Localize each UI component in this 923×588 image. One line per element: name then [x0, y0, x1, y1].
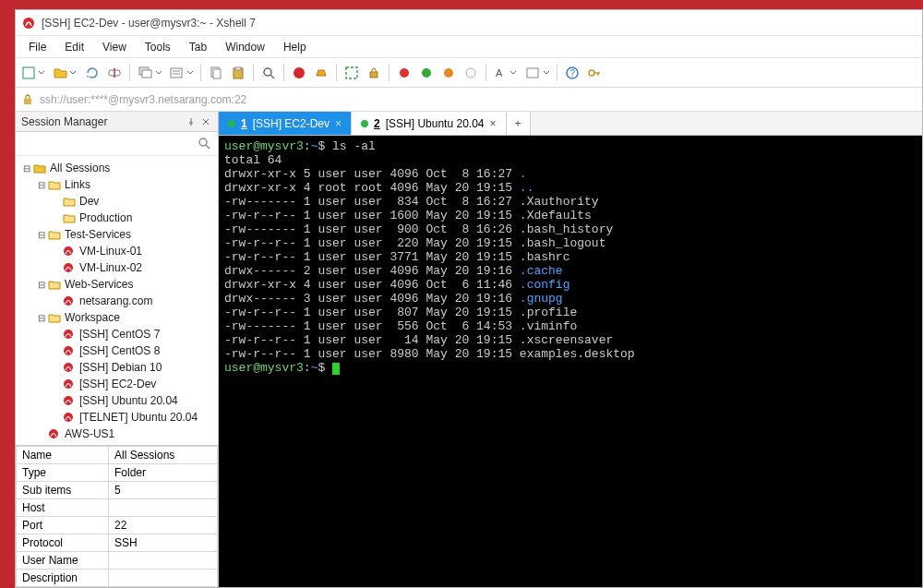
status-dot-icon [361, 120, 368, 127]
titlebar: [SSH] EC2-Dev - user@mysvr3:~ - Xshell 7 [16, 10, 922, 36]
sessions-button[interactable] [135, 63, 164, 83]
search-icon[interactable] [198, 137, 212, 151]
folder-item[interactable]: ⊟All Sessions [18, 160, 216, 176]
session-icon [62, 394, 77, 407]
svg-line-31 [206, 145, 210, 149]
toolbar-separator [200, 65, 201, 81]
add-tab-button[interactable]: + [507, 112, 531, 135]
tabstrip: 1[SSH] EC2-Dev×2[SSH] Ubuntu 20.04×+ [219, 112, 922, 136]
content-area: Session Manager ⊟All Sessions⊟LinksDevPr… [16, 112, 922, 587]
session-item[interactable]: netsarang.com [18, 293, 216, 309]
address-text: ssh://user:****@mysvr3.netsarang.com:22 [40, 93, 246, 106]
color-scheme-button[interactable] [522, 63, 552, 83]
pin-icon[interactable] [185, 115, 198, 128]
session-item[interactable]: [SSH] EC2-Dev [18, 376, 216, 392]
key-button[interactable] [584, 63, 605, 83]
session-icon [62, 378, 77, 390]
prop-key: Description [17, 570, 109, 587]
terminal-cursor [332, 363, 340, 375]
session-item[interactable]: [SSH] Ubuntu 20.04 [18, 392, 216, 409]
prop-value: 22 [109, 517, 218, 534]
session-icon [62, 294, 77, 307]
prop-value [109, 499, 218, 517]
session-item[interactable]: VM-Linux-01 [18, 243, 216, 259]
prop-value [109, 552, 218, 570]
folder-item[interactable]: ⊟Workspace [18, 309, 216, 326]
session-item[interactable]: [SSH] Debian 10 [18, 359, 216, 376]
highlight-red-button[interactable] [394, 63, 414, 83]
menubar: FileEditViewToolsTabWindowHelp [16, 36, 922, 58]
xagent-button[interactable] [289, 63, 309, 83]
terminal[interactable]: user@mysvr3:~$ ls -al total 64 drwxr-xr-… [219, 136, 922, 587]
toolbar-separator [485, 65, 486, 81]
folder-item[interactable]: ⊟Test-Services [18, 226, 216, 243]
xftp-button[interactable] [311, 63, 331, 83]
toolbar-separator [283, 65, 284, 81]
session-item[interactable]: [SSH] CentOS 8 [18, 342, 216, 359]
tree-label: [SSH] Ubuntu 20.04 [78, 394, 178, 407]
highlight-green-button[interactable] [416, 63, 437, 83]
properties-button[interactable] [166, 63, 196, 83]
session-item[interactable]: [TELNET] Ubuntu 20.04 [18, 409, 216, 426]
addressbar[interactable]: ssh://user:****@mysvr3.netsarang.com:22 [16, 88, 922, 112]
session-item[interactable]: [SSH] CentOS 7 [18, 326, 216, 342]
svg-rect-12 [235, 67, 241, 70]
session-tree: ⊟All Sessions⊟LinksDevProduction⊟Test-Se… [16, 156, 218, 445]
folder-icon [47, 178, 62, 191]
svg-text:A: A [496, 67, 503, 78]
svg-rect-5 [142, 70, 151, 78]
lock-button[interactable] [364, 63, 384, 83]
menu-file[interactable]: File [19, 38, 55, 56]
session-tab[interactable]: 1[SSH] EC2-Dev× [219, 112, 352, 135]
session-icon [47, 427, 62, 440]
session-icon [62, 328, 77, 341]
session-search-row [16, 132, 218, 156]
find-button[interactable] [258, 63, 279, 83]
tab-number: 1 [241, 117, 247, 130]
tab-close-icon[interactable]: × [489, 117, 496, 130]
disconnect-button[interactable] [104, 63, 125, 83]
folder-item[interactable]: Dev [18, 193, 216, 210]
prop-key: Sub items [17, 482, 109, 499]
tree-twisty[interactable]: ⊟ [36, 280, 47, 290]
open-button[interactable] [51, 63, 80, 83]
tree-twisty[interactable]: ⊟ [36, 230, 47, 240]
tree-label: Production [78, 211, 132, 224]
folder-item[interactable]: Production [18, 210, 216, 226]
tree-label: Workspace [64, 311, 120, 324]
fullscreen-button[interactable] [342, 63, 362, 83]
session-icon [62, 344, 77, 357]
session-item[interactable]: AWS-US1 [18, 426, 216, 442]
menu-tools[interactable]: Tools [136, 38, 180, 56]
tree-twisty[interactable]: ⊟ [36, 313, 47, 323]
tab-close-icon[interactable]: × [335, 117, 342, 130]
menu-edit[interactable]: Edit [55, 38, 93, 56]
menu-view[interactable]: View [93, 38, 136, 56]
folder-item[interactable]: ⊟Web-Services [18, 276, 216, 293]
session-tab[interactable]: 2[SSH] Ubuntu 20.04× [352, 112, 506, 135]
font-button[interactable]: A [491, 63, 521, 83]
copy-button[interactable] [206, 63, 226, 83]
tree-twisty[interactable]: ⊟ [21, 163, 32, 174]
help-button[interactable]: ? [562, 63, 582, 83]
svg-point-19 [422, 68, 431, 78]
highlight-off-button[interactable] [461, 63, 481, 83]
new-button[interactable] [19, 63, 49, 83]
menu-window[interactable]: Window [216, 38, 274, 56]
reconnect-button[interactable] [82, 63, 102, 83]
menu-help[interactable]: Help [274, 38, 316, 56]
tree-label: netsarang.com [78, 294, 152, 307]
prop-row: ProtocolSSH [17, 534, 218, 552]
prop-key: User Name [17, 552, 109, 570]
close-panel-icon[interactable] [199, 115, 212, 128]
session-manager-panel: Session Manager ⊟All Sessions⊟LinksDevPr… [16, 112, 219, 587]
prop-value: All Sessions [109, 447, 218, 464]
session-item[interactable]: VM-Linux-02 [18, 259, 216, 276]
tree-twisty[interactable]: ⊟ [36, 180, 47, 190]
svg-point-21 [466, 68, 475, 78]
tree-label: VM-Linux-02 [78, 261, 142, 274]
paste-button[interactable] [228, 63, 248, 83]
menu-tab[interactable]: Tab [180, 38, 216, 56]
highlight-orange-button[interactable] [438, 63, 459, 83]
folder-item[interactable]: ⊟Links [18, 176, 216, 193]
